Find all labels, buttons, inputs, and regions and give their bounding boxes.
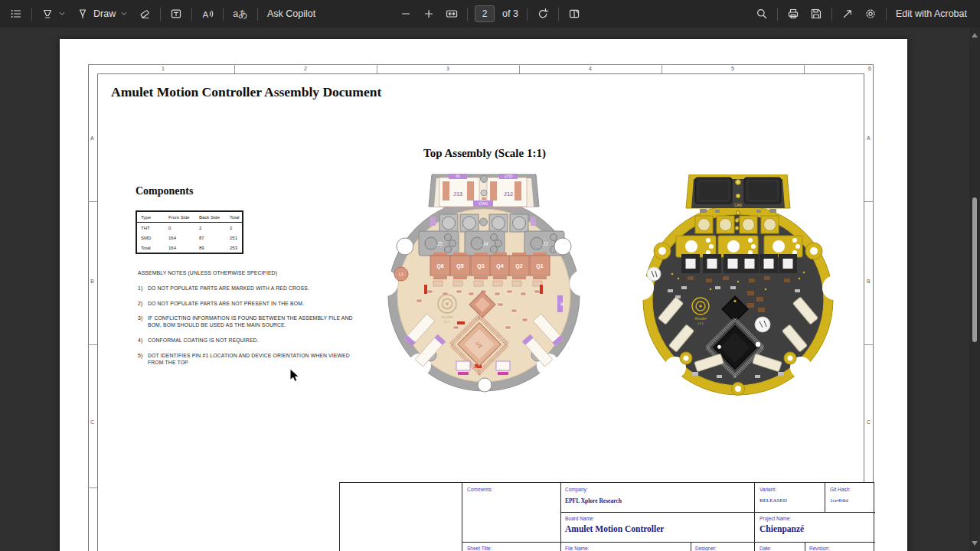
svg-text:Q6: Q6 [436,263,443,269]
render-power-pads [676,236,802,257]
document-title: Amulet Motion Controller Assembly Docume… [111,84,381,100]
render-ic-row [681,254,797,273]
zoom-out-button[interactable] [394,2,417,25]
svg-text:J6: J6 [560,302,564,306]
svg-text:J5: J5 [436,241,443,246]
scroll-up-icon[interactable] [972,33,978,37]
document-page: 1 2 3 4 5 6 A B C A B C [60,39,907,551]
list-item: 4) CONFORMAL COATING IS NOT REQUIRED. [138,337,360,344]
date-label: Date: [760,546,772,551]
highlight-button[interactable] [36,2,71,25]
toolbar-separator [160,8,161,21]
svg-text:J12: J12 [504,191,514,197]
comments-label: Comments: [467,487,492,492]
toolbar-separator [527,8,528,21]
svg-text:L1: L1 [399,272,403,276]
variant-value: RELEASED [760,497,787,504]
assembly-heading: Top Assembly (Scale 1:1) [358,147,611,160]
svg-text:Q3: Q3 [477,263,484,269]
fullscreen-button[interactable] [836,2,859,25]
draw-pen-icon [77,8,89,20]
svg-text:CAN: CAN [479,201,488,206]
mouse-cursor [289,368,302,384]
toolbar-separator [777,8,778,21]
pcb-mosfet-row: Q6 Q5 Q3 Q4 Q2 Q1 [430,253,550,279]
title-block: Comments: Company: EPFL Xplore Research … [339,482,874,551]
rotate-button[interactable] [531,2,554,25]
svg-text:Q4: Q4 [496,263,503,269]
svg-text:Q5: Q5 [456,263,463,269]
project-name-label: Project Name: [760,516,791,521]
toolbar-right-group: Edit with Acrobat [750,0,980,28]
toolbar-separator [191,8,192,21]
edit-with-acrobat-button[interactable]: Edit with Acrobat [890,2,972,25]
file-name-label: File Name: [565,546,589,551]
toc-icon [10,8,22,20]
svg-text:v1.1: v1.1 [697,321,704,325]
variant-label: Variant: [760,487,776,492]
svg-text:A: A [203,10,209,19]
fit-to-width-button[interactable] [440,2,463,25]
pcb-3d-render: CAN [642,174,835,396]
svg-text:J13: J13 [453,191,463,197]
page-view-icon [568,8,580,20]
draw-button[interactable]: Draw [71,2,133,25]
page-number-input[interactable]: 2 [475,5,495,22]
scrollbar-thumb[interactable] [972,197,977,342]
page-count-label: of 3 [502,8,518,19]
chevron-down-icon [120,10,128,18]
revision-label: Revision: [809,546,830,551]
components-table: Type Front Side Back Side Total THT 0 2 … [136,210,243,254]
svg-text:OUT: OUT [505,174,513,178]
edge-pdf-viewer: Draw A aあ [0,0,980,551]
svg-text:v1.1: v1.1 [444,320,451,324]
table-row: SMD 164 87 251 [137,233,242,243]
search-icon [756,8,768,20]
svg-text:J4: J4 [482,241,488,246]
pdf-toolbar: Draw A aあ [0,0,980,28]
list-item: 2) DO NOT POPULATE PARTS ARE NOT PRESENT… [138,301,360,308]
read-aloud-button[interactable]: A [196,2,219,25]
save-button[interactable] [805,2,828,25]
scrollbar[interactable] [969,28,980,551]
read-aloud-icon: A [201,8,214,20]
assembly-notes-heading: ASSEMBLY NOTES (UNLESS OTHERWISE SPECIFI… [138,270,360,277]
print-button[interactable] [782,2,805,25]
page-view-button[interactable] [563,2,586,25]
svg-text:Amulet: Amulet [441,315,453,319]
settings-button[interactable] [859,2,882,25]
company-label: Company: [565,487,588,492]
zoom-in-icon [423,8,435,20]
pcb-top-connectors: IN OUT J13 J12 CAN [439,174,527,208]
print-icon [787,8,799,20]
ask-copilot-label: Ask Copilot [267,8,315,19]
table-row: THT 0 2 2 [137,223,242,233]
zoom-in-button[interactable] [417,2,440,25]
page-number-value: 2 [482,8,488,19]
rotate-icon [537,8,549,20]
highlighter-icon [41,8,54,20]
components-table-header: Type Front Side Back Side Total [137,212,242,223]
list-item: 5) DOT IDENTIFIES PIN #1 LOCATION AND DE… [138,353,360,367]
translate-button[interactable]: aあ [227,2,253,25]
svg-text:Q1: Q1 [536,263,543,269]
chevron-down-icon [58,10,66,18]
ask-copilot-button[interactable]: Ask Copilot [262,2,321,25]
eraser-button[interactable] [133,2,156,25]
table-of-contents-button[interactable] [5,2,28,25]
gear-icon [864,8,877,20]
fullscreen-icon [841,8,854,20]
svg-text:Q2: Q2 [515,263,522,269]
svg-text:IN: IN [456,174,459,178]
git-hash-label: Git Hash: [830,487,851,492]
pcb-power-connectors: J5 J4 J3 [419,231,564,256]
toolbar-separator [223,8,224,21]
toolbar-separator [831,8,832,21]
designer-label: Designer: [695,546,717,551]
scroll-down-icon[interactable] [972,541,978,546]
search-button[interactable] [750,2,773,25]
company-value: EPFL Xplore Research [565,497,622,504]
draw-label: Draw [93,8,116,19]
add-text-button[interactable] [165,2,188,25]
git-hash-value: 1ce4b6d [830,497,848,504]
